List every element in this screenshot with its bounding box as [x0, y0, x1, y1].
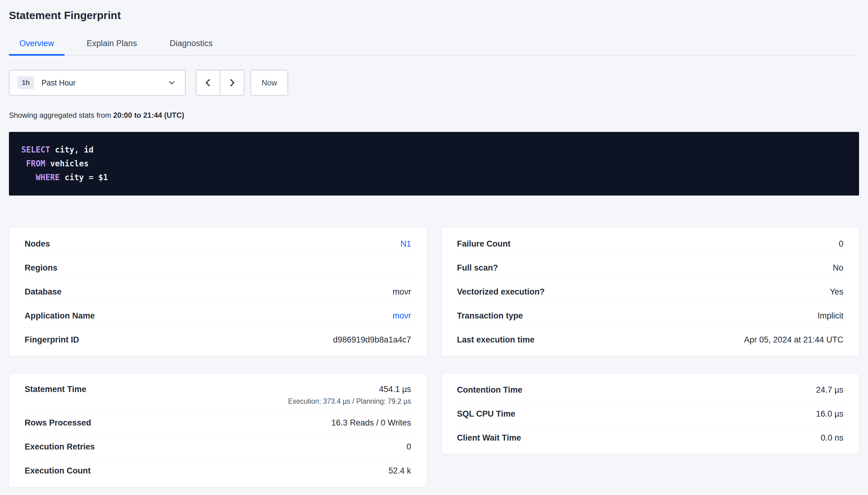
sql-statement-box: SELECT city, id FROM vehicles WHERE city…: [9, 132, 859, 195]
row-last-execution-time: Last execution time Apr 05, 2024 at 21:4…: [457, 328, 844, 352]
row-nodes: Nodes N1: [24, 232, 411, 256]
time-interval-dropdown[interactable]: 1h Past Hour: [9, 70, 185, 96]
sql-text: vehicles: [45, 159, 89, 168]
row-database: Database movr: [24, 280, 411, 304]
value-stack: 454.1 µs Execution: 373.4 µs / Planning:…: [288, 384, 411, 406]
interval-nav-group: [196, 70, 244, 96]
row-value: 16.0 µs: [816, 409, 844, 419]
row-value: 0: [839, 239, 844, 249]
row-label: Execution Count: [24, 465, 91, 476]
next-interval-button[interactable]: [220, 70, 244, 96]
application-name-link[interactable]: movr: [393, 310, 411, 321]
row-failure-count: Failure Count 0: [457, 232, 844, 256]
card-statement-times: Statement Time 454.1 µs Execution: 373.4…: [9, 373, 427, 487]
row-fingerprint-id: Fingerprint ID d986919d9b8a1a4c7: [24, 328, 411, 352]
row-value: 0: [406, 442, 411, 452]
row-label: Regions: [24, 262, 58, 273]
row-value: 24.7 µs: [816, 385, 844, 395]
row-label: Last execution time: [457, 335, 535, 345]
row-application-name: Application Name movr: [24, 304, 411, 328]
sql-text: city, id: [50, 145, 94, 154]
sql-keyword: WHERE: [21, 173, 60, 182]
stats-range: 20:00 to 21:44 (UTC): [113, 111, 184, 119]
now-button[interactable]: Now: [250, 70, 288, 96]
row-label: Fingerprint ID: [24, 335, 79, 345]
sql-line: FROM vehicles: [21, 157, 847, 171]
row-label: Vectorized execution?: [457, 287, 545, 297]
row-label: Failure Count: [457, 239, 511, 249]
tab-overview[interactable]: Overview: [9, 34, 65, 55]
row-vectorized-execution: Vectorized execution? Yes: [457, 280, 844, 304]
row-label: Rows Processed: [24, 417, 91, 428]
row-label: Database: [24, 287, 62, 297]
row-value: 454.1 µs: [379, 384, 411, 394]
row-label: SQL CPU Time: [457, 409, 515, 419]
row-execution-count: Execution Count 52.4 k: [24, 459, 411, 483]
chevron-right-icon: [227, 78, 237, 88]
row-regions: Regions: [24, 256, 411, 280]
tab-bar: Overview Explain Plans Diagnostics: [9, 34, 859, 56]
row-label: Execution Retries: [24, 442, 95, 452]
row-rows-processed: Rows Processed 16.3 Reads / 0 Writes: [24, 411, 411, 435]
row-statement-time: Statement Time 454.1 µs Execution: 373.4…: [24, 378, 411, 411]
aggregated-stats-text: Showing aggregated stats from 20:00 to 2…: [9, 111, 859, 120]
sql-keyword: SELECT: [21, 145, 50, 154]
prev-interval-button[interactable]: [196, 70, 220, 96]
row-label: Application Name: [24, 310, 95, 321]
sql-keyword: FROM: [21, 159, 45, 168]
row-label: Full scan?: [457, 262, 498, 273]
row-label: Client Wait Time: [457, 432, 521, 443]
row-transaction-type: Transaction type Implicit: [457, 304, 844, 328]
row-value: 16.3 Reads / 0 Writes: [331, 417, 411, 428]
stats-prefix: Showing aggregated stats from: [9, 111, 113, 119]
card-statement-details: Nodes N1 Regions Database movr Applicati…: [9, 227, 427, 356]
row-value: 0.0 ns: [821, 432, 844, 443]
row-value: Yes: [830, 287, 844, 297]
card-execution-attributes: Failure Count 0 Full scan? No Vectorized…: [441, 227, 859, 356]
row-sql-cpu-time: SQL CPU Time 16.0 µs: [457, 402, 844, 426]
statement-fingerprint-page: Statement Fingerprint Overview Explain P…: [0, 9, 868, 487]
row-value: 52.4 k: [389, 465, 411, 476]
sql-line: SELECT city, id: [21, 143, 847, 157]
row-client-wait-time: Client Wait Time 0.0 ns: [457, 426, 844, 450]
chevron-left-icon: [203, 78, 213, 88]
card-wait-times: Contention Time 24.7 µs SQL CPU Time 16.…: [441, 373, 859, 455]
row-value: movr: [393, 287, 411, 297]
summary-cards: Nodes N1 Regions Database movr Applicati…: [9, 227, 859, 487]
row-sub-value: Execution: 373.4 µs / Planning: 79.2 µs: [288, 397, 411, 406]
row-value: No: [833, 262, 844, 273]
row-label: Contention Time: [457, 385, 523, 395]
row-label: Transaction type: [457, 310, 523, 321]
time-controls: 1h Past Hour Now: [9, 70, 859, 96]
row-value: d986919d9b8a1a4c7: [333, 335, 411, 345]
row-execution-retries: Execution Retries 0: [24, 435, 411, 459]
tab-explain-plans[interactable]: Explain Plans: [76, 34, 148, 55]
row-contention-time: Contention Time 24.7 µs: [457, 378, 844, 402]
sql-text: city = $1: [60, 173, 108, 182]
sql-line: WHERE city = $1: [21, 171, 847, 185]
interval-badge: 1h: [18, 76, 34, 89]
tab-diagnostics[interactable]: Diagnostics: [159, 34, 223, 55]
chevron-down-icon: [167, 78, 176, 87]
row-label: Nodes: [24, 239, 50, 249]
row-label: Statement Time: [24, 384, 86, 394]
row-value: Implicit: [818, 310, 844, 321]
interval-label: Past Hour: [42, 79, 167, 87]
row-value: Apr 05, 2024 at 21:44 UTC: [744, 335, 844, 345]
page-title: Statement Fingerprint: [9, 9, 859, 21]
nodes-link[interactable]: N1: [400, 239, 411, 249]
row-full-scan: Full scan? No: [457, 256, 844, 280]
